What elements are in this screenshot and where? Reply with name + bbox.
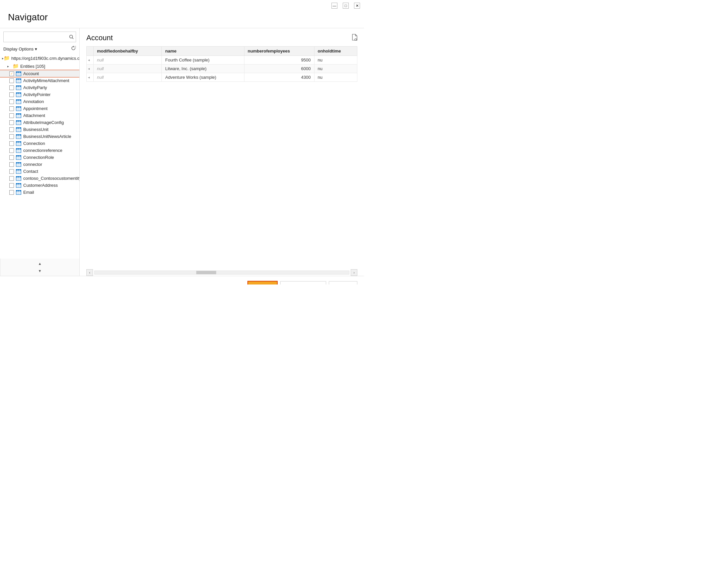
entity-row[interactable]: ConnectionRole (0, 154, 79, 161)
entity-row[interactable]: BusinessUnitNewsArticle (0, 133, 79, 140)
table-column-header (87, 47, 94, 56)
cancel-button[interactable]: Cancel (329, 281, 357, 284)
scroll-up-arrow[interactable]: ▲ (37, 260, 43, 267)
entity-checkbox[interactable] (9, 113, 14, 118)
transform-data-button[interactable]: Transform Data (280, 281, 326, 284)
entity-row[interactable]: ActivityMimeAttachment (0, 77, 79, 84)
entity-checkbox[interactable] (9, 127, 14, 132)
entity-checkbox[interactable] (9, 120, 14, 125)
entity-row[interactable]: CustomerAddress (0, 182, 79, 189)
cell-numberofemployees: 9500 (244, 56, 314, 64)
entity-label: ActivityParty (23, 85, 47, 90)
entity-checkbox[interactable] (9, 92, 14, 97)
cell-onholdtime: nu (314, 64, 357, 73)
search-bar (3, 32, 76, 42)
table-icon (16, 190, 21, 195)
tree-area[interactable]: ▸ 📁 https://org1d1f903c.crm.dynamics.com… (0, 54, 79, 258)
table-column-header: name (162, 47, 244, 56)
entity-checkbox[interactable] (9, 134, 14, 139)
entity-label: BusinessUnitNewsArticle (23, 134, 71, 139)
entity-row[interactable]: ActivityPointer (0, 91, 79, 98)
scroll-track[interactable] (94, 270, 349, 274)
entities-node[interactable]: ▸ 📁 Entities [105] (0, 62, 79, 70)
right-panel: Account modifiedonbehalfbynamenumberofem… (80, 28, 364, 276)
table-icon (16, 99, 21, 104)
table-row: ◄nullFourth Coffee (sample)9500nu (87, 56, 357, 64)
scroll-thumb[interactable] (196, 271, 216, 274)
row-indicator: ◄ (87, 56, 94, 64)
entity-checkbox[interactable] (9, 148, 14, 153)
scroll-down-arrow[interactable]: ▼ (37, 267, 43, 274)
search-input[interactable] (4, 32, 67, 42)
display-options-bar: Display Options ▾ ⟳ (0, 44, 79, 54)
search-button[interactable] (67, 32, 76, 42)
entity-checkbox[interactable] (9, 78, 14, 83)
svg-point-0 (70, 35, 73, 38)
entity-label: Contact (23, 169, 38, 174)
entity-label: connector (23, 162, 42, 167)
tree-root-node[interactable]: ▸ 📁 https://org1d1f903c.crm.dynamics.com… (0, 54, 79, 62)
entity-checkbox[interactable] (9, 141, 14, 146)
scroll-arrows-panel: ▲ ▼ (0, 258, 79, 276)
entity-row[interactable]: ActivityParty (0, 84, 79, 91)
entity-label: Appointment (23, 106, 47, 111)
cell-modifiedonbehalfby: null (94, 64, 162, 73)
entity-checkbox[interactable] (9, 169, 14, 174)
entity-row[interactable]: Attachment (0, 112, 79, 119)
close-button[interactable]: ✕ (354, 3, 360, 9)
load-button[interactable]: Load (247, 281, 278, 284)
table-row: ◄nullLitware, Inc. (sample)6000nu (87, 64, 357, 73)
display-options-button[interactable]: Display Options ▾ (3, 47, 37, 51)
entity-row[interactable]: contoso_Contosocustomentity (0, 175, 79, 182)
title-bar: — □ ✕ (0, 0, 364, 9)
entity-label: Email (23, 190, 34, 195)
root-folder-icon: 📁 (4, 55, 10, 61)
entity-checkbox[interactable]: ✓ (9, 71, 14, 76)
entity-row[interactable]: Email (0, 189, 79, 196)
svg-line-1 (72, 38, 74, 39)
entity-row[interactable]: Appointment (0, 105, 79, 112)
table-icon (16, 127, 21, 132)
main-container: Display Options ▾ ⟳ ▸ 📁 https://org1d1f9… (0, 28, 364, 276)
entity-row[interactable]: ✓Account (0, 70, 79, 77)
table-column-header: onholdtime (314, 47, 357, 56)
entity-row[interactable]: connector (0, 161, 79, 168)
entity-row[interactable]: BusinessUnit (0, 126, 79, 133)
scroll-left-arrow[interactable]: ‹ (86, 269, 93, 276)
table-icon (16, 141, 21, 146)
table-icon (16, 78, 21, 83)
entity-checkbox[interactable] (9, 99, 14, 104)
minimize-button[interactable]: — (331, 3, 337, 9)
entity-row[interactable]: AttributeImageConfig (0, 119, 79, 126)
cell-modifiedonbehalfby: null (94, 73, 162, 82)
table-icon (16, 176, 21, 181)
entity-checkbox[interactable] (9, 106, 14, 111)
scroll-right-arrow[interactable]: › (351, 269, 357, 276)
preview-action-button[interactable] (351, 34, 357, 42)
entity-label: CustomerAddress (23, 183, 58, 188)
entity-checkbox[interactable] (9, 85, 14, 90)
search-icon (69, 35, 74, 39)
cell-onholdtime: nu (314, 56, 357, 64)
entity-checkbox[interactable] (9, 183, 14, 188)
table-column-header: numberofemployees (244, 47, 314, 56)
cell-onholdtime: nu (314, 73, 357, 82)
entity-row[interactable]: Contact (0, 168, 79, 175)
entity-checkbox[interactable] (9, 190, 14, 195)
entity-row[interactable]: connectionreference (0, 147, 79, 154)
table-head: modifiedonbehalfbynamenumberofemployeeso… (87, 47, 357, 56)
entity-checkbox[interactable] (9, 176, 14, 181)
refresh-icon: ⟳ (71, 46, 76, 51)
entity-checkbox[interactable] (9, 162, 14, 167)
horizontal-scrollbar[interactable]: ‹ › (86, 265, 357, 276)
table-icon (16, 106, 21, 111)
entity-row[interactable]: Connection (0, 140, 79, 147)
data-table-wrapper: modifiedonbehalfbynamenumberofemployeeso… (86, 46, 357, 82)
table-icon (16, 113, 21, 118)
entity-checkbox[interactable] (9, 155, 14, 160)
entity-row[interactable]: Annotation (0, 98, 79, 105)
maximize-button[interactable]: □ (343, 3, 349, 9)
table-icon (16, 148, 21, 153)
svg-text:⟳: ⟳ (75, 46, 76, 48)
refresh-button[interactable]: ⟳ (71, 46, 76, 52)
